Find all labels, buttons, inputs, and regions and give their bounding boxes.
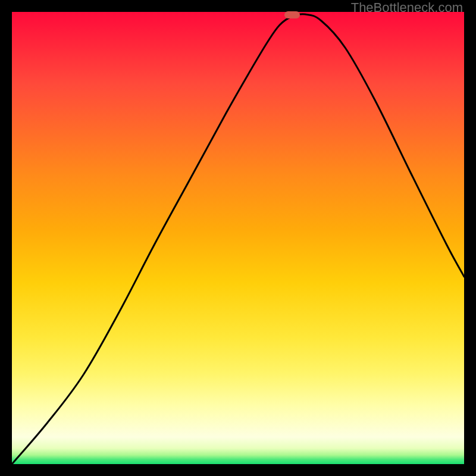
watermark-text: TheBottleneck.com [351,0,463,15]
bottleneck-plot-area [12,12,464,464]
optimal-point-marker [284,11,300,18]
